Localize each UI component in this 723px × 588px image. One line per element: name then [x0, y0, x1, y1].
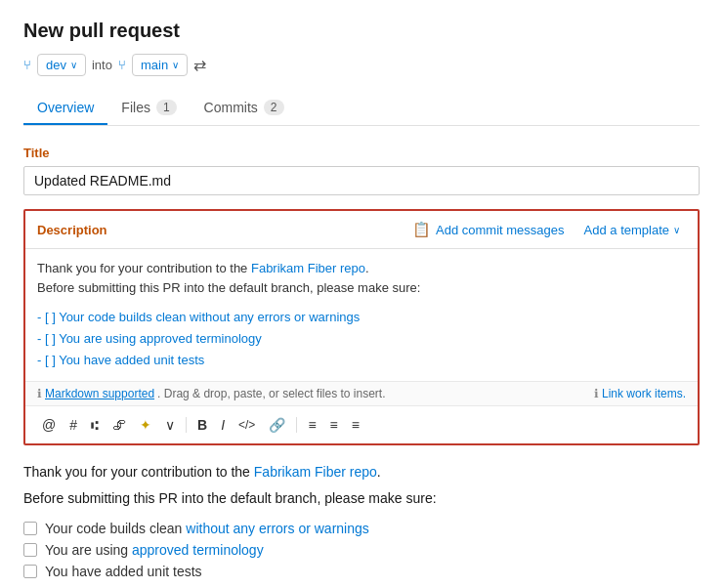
description-label: Description — [37, 223, 399, 237]
preview-line-1: Thank you for your contribution to the F… — [23, 461, 700, 483]
title-section: Title — [23, 146, 700, 209]
toolbar-emoji-button[interactable]: ✦ — [135, 414, 156, 436]
tab-commits[interactable]: Commits 2 — [191, 92, 298, 125]
title-label: Title — [23, 146, 700, 160]
preview-item-2-text: You are using approved terminology — [45, 542, 264, 558]
desc-checklist: - [ ] Your code builds clean without any… — [37, 307, 686, 371]
checkbox-1[interactable] — [23, 522, 37, 535]
toolbar-attachment-button[interactable]: 🖇 — [107, 414, 131, 436]
drag-drop-text: . Drag & drop, paste, or select files to… — [157, 387, 385, 400]
tab-files-label: Files — [121, 100, 150, 115]
add-template-chevron-icon: ∨ — [673, 225, 680, 235]
add-template-button[interactable]: Add a template ∨ — [578, 221, 686, 239]
to-branch-chevron-icon: ∨ — [172, 60, 179, 70]
to-branch-button[interactable]: main ∨ — [132, 54, 188, 76]
description-footer: ℹ Markdown supported . Drag & drop, past… — [25, 381, 698, 405]
checkbox-2[interactable] — [23, 543, 37, 557]
preview-item-3-text: You have added unit tests — [45, 564, 202, 579]
page-container: New pull request ⑂ dev ∨ into ⑂ main ∨ ⇄… — [0, 0, 723, 588]
preview-repo-link: Fabrikam Fiber repo — [254, 464, 377, 480]
tab-commits-label: Commits — [204, 100, 258, 115]
branch-from-icon: ⑂ — [23, 58, 31, 72]
branch-selector: ⑂ dev ∨ into ⑂ main ∨ ⇄ — [23, 54, 700, 76]
toolbar-italic-button[interactable]: I — [216, 414, 230, 436]
desc-line-2: Before submitting this PR into the defau… — [37, 278, 686, 298]
link-work-items-section: ℹ Link work items. — [594, 387, 686, 400]
page-title: New pull request — [23, 20, 700, 42]
add-commit-messages-button[interactable]: 📋 Add commit messages — [406, 219, 571, 240]
description-header: Description 📋 Add commit messages Add a … — [25, 211, 698, 248]
desc-line-1: Thank you for your contribution to the F… — [37, 259, 686, 278]
toolbar-emoji-dropdown-button[interactable]: ∨ — [160, 414, 180, 436]
add-template-label: Add a template — [584, 223, 669, 237]
link-work-items-label: Link work items. — [602, 387, 686, 400]
from-branch-chevron-icon: ∨ — [70, 60, 77, 70]
preview-item-1-text: Your code builds clean without any error… — [45, 521, 369, 536]
toolbar-link-button[interactable]: 🔗 — [264, 414, 290, 436]
editor-toolbar: @ # ⑆ 🖇 ✦ ∨ B I </> 🔗 ≡ ≡ ≡ — [25, 405, 698, 443]
preview-period: . — [377, 464, 381, 480]
preview-item-2: You are using approved terminology — [23, 542, 700, 558]
checkbox-3[interactable] — [23, 565, 37, 578]
desc-repo-link: Fabrikam Fiber repo — [251, 261, 365, 275]
tab-files-badge: 1 — [156, 100, 177, 115]
info-icon: ℹ — [37, 387, 42, 400]
tab-files[interactable]: Files 1 — [107, 92, 190, 125]
preview-line-2: Before submitting this PR into the defau… — [23, 487, 700, 509]
toolbar-table-button[interactable]: ⑆ — [86, 415, 104, 436]
preview-item-1: Your code builds clean without any error… — [23, 521, 700, 536]
branch-to-icon: ⑂ — [118, 58, 126, 72]
into-text: into — [92, 58, 112, 72]
toolbar-ordered-list-button[interactable]: ≡ — [303, 414, 320, 436]
from-branch-button[interactable]: dev ∨ — [37, 54, 86, 76]
toolbar-separator-2 — [296, 417, 297, 433]
add-commit-messages-label: Add commit messages — [436, 223, 565, 237]
markdown-info: ℹ Markdown supported . Drag & drop, past… — [37, 387, 386, 400]
toolbar-unordered-list-button[interactable]: ≡ — [325, 414, 343, 436]
title-input[interactable] — [23, 166, 700, 195]
desc-item-3: - [ ] You have added unit tests — [37, 350, 686, 371]
description-editor[interactable]: Thank you for your contribution to the F… — [25, 248, 698, 381]
desc-text-before-link: Thank you for your contribution to the — [37, 261, 251, 275]
tab-overview-label: Overview — [37, 100, 94, 115]
preview-item-3: You have added unit tests — [23, 564, 700, 579]
from-branch-label: dev — [46, 58, 66, 72]
toolbar-reference-button[interactable]: # — [64, 414, 82, 436]
commit-messages-icon: 📋 — [412, 221, 431, 238]
link-work-items-button[interactable]: Link work items. — [602, 387, 686, 400]
desc-text-period: . — [365, 261, 369, 275]
description-section: Description 📋 Add commit messages Add a … — [23, 209, 700, 445]
to-branch-label: main — [141, 58, 168, 72]
toolbar-code-button[interactable]: </> — [234, 415, 260, 435]
desc-item-1: - [ ] Your code builds clean without any… — [37, 307, 686, 328]
tab-commits-badge: 2 — [264, 100, 284, 115]
preview-text-before: Thank you for your contribution to the — [23, 464, 254, 480]
preview-checklist: Your code builds clean without any error… — [23, 521, 700, 579]
toolbar-indent-button[interactable]: ≡ — [347, 414, 364, 436]
preview-section: Thank you for your contribution to the F… — [23, 445, 700, 579]
link-icon: ℹ — [594, 387, 599, 400]
tab-overview[interactable]: Overview — [23, 92, 107, 125]
toolbar-separator-1 — [186, 417, 187, 433]
tabs-bar: Overview Files 1 Commits 2 — [23, 92, 700, 126]
markdown-link[interactable]: Markdown supported — [45, 387, 154, 400]
desc-item-2: - [ ] You are using approved terminology — [37, 328, 686, 350]
toolbar-bold-button[interactable]: B — [192, 414, 212, 436]
toolbar-mention-button[interactable]: @ — [37, 414, 61, 436]
swap-branches-icon[interactable]: ⇄ — [193, 56, 206, 74]
